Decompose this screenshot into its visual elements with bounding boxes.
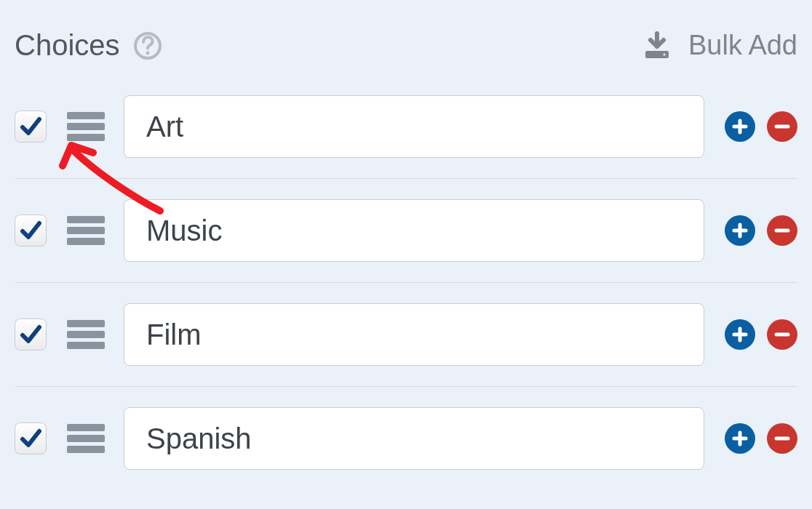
add-choice-button[interactable] <box>725 111 755 142</box>
drag-handle-icon[interactable] <box>67 216 105 245</box>
drag-handle-icon[interactable] <box>67 424 105 453</box>
choices-list <box>15 91 797 470</box>
choice-row <box>15 91 797 179</box>
bulk-add-button[interactable]: Bulk Add <box>642 30 797 61</box>
choices-header: Choices Bulk Add <box>15 29 797 62</box>
add-choice-button[interactable] <box>725 319 755 350</box>
header-left: Choices <box>15 29 162 62</box>
choice-row <box>15 387 797 470</box>
row-actions <box>725 111 797 142</box>
download-icon <box>642 31 672 61</box>
drag-handle-icon[interactable] <box>67 112 105 141</box>
default-checkbox[interactable] <box>15 318 47 350</box>
drag-handle-icon[interactable] <box>67 320 105 349</box>
choices-title: Choices <box>15 29 120 62</box>
remove-choice-button[interactable] <box>767 423 797 454</box>
choices-panel: Choices Bulk Add <box>0 0 812 470</box>
svg-point-1 <box>146 51 149 55</box>
help-icon[interactable] <box>133 31 162 60</box>
add-choice-button[interactable] <box>725 215 755 246</box>
choice-input[interactable] <box>124 199 704 262</box>
remove-choice-button[interactable] <box>767 111 797 142</box>
remove-choice-button[interactable] <box>767 319 797 350</box>
bulk-add-label: Bulk Add <box>688 30 797 61</box>
svg-point-3 <box>663 53 665 55</box>
choice-input[interactable] <box>124 303 704 366</box>
default-checkbox[interactable] <box>15 215 47 247</box>
remove-choice-button[interactable] <box>767 215 797 246</box>
default-checkbox[interactable] <box>15 111 47 143</box>
choice-row <box>15 283 797 387</box>
row-actions <box>725 423 797 454</box>
row-actions <box>725 215 797 246</box>
choice-input[interactable] <box>124 407 704 470</box>
add-choice-button[interactable] <box>725 423 755 454</box>
row-actions <box>725 319 797 350</box>
default-checkbox[interactable] <box>15 422 47 454</box>
choice-row <box>15 179 797 283</box>
choice-input[interactable] <box>124 95 704 158</box>
